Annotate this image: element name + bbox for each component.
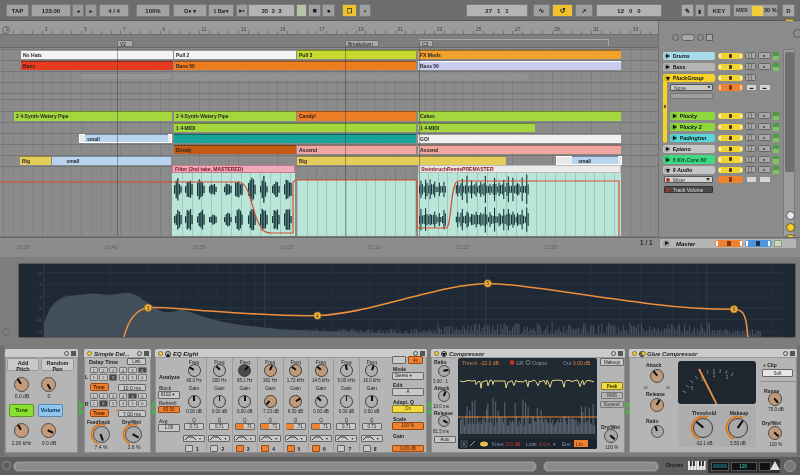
svg-text:Knee: Knee xyxy=(492,441,504,447)
svg-text:3: 3 xyxy=(147,306,150,311)
svg-text:A: A xyxy=(463,442,466,447)
svg-text:0.0 s: 0.0 s xyxy=(539,441,550,447)
svg-text:Output: Output xyxy=(532,360,548,366)
svg-text:-6: -6 xyxy=(38,306,42,311)
svg-text:Env: Env xyxy=(562,441,571,447)
svg-text:12: 12 xyxy=(37,271,42,276)
svg-text:4: 4 xyxy=(316,314,319,319)
svg-text:-22.3 dB: -22.3 dB xyxy=(480,360,500,366)
svg-text:0.00 dB: 0.00 dB xyxy=(573,360,591,366)
svg-text:-12: -12 xyxy=(36,317,43,322)
svg-text:Lin: Lin xyxy=(576,441,583,447)
svg-text:-24: -24 xyxy=(36,329,43,334)
svg-text:6: 6 xyxy=(40,282,43,287)
svg-text:Out: Out xyxy=(563,360,572,366)
svg-text:5: 5 xyxy=(486,281,489,286)
svg-text:GR: GR xyxy=(516,360,524,366)
svg-text:Look: Look xyxy=(526,441,537,447)
svg-text:Thresh: Thresh xyxy=(462,360,478,366)
svg-text:0.0 dB: 0.0 dB xyxy=(506,441,521,447)
svg-text:0: 0 xyxy=(40,294,43,299)
svg-text:6: 6 xyxy=(733,307,736,312)
